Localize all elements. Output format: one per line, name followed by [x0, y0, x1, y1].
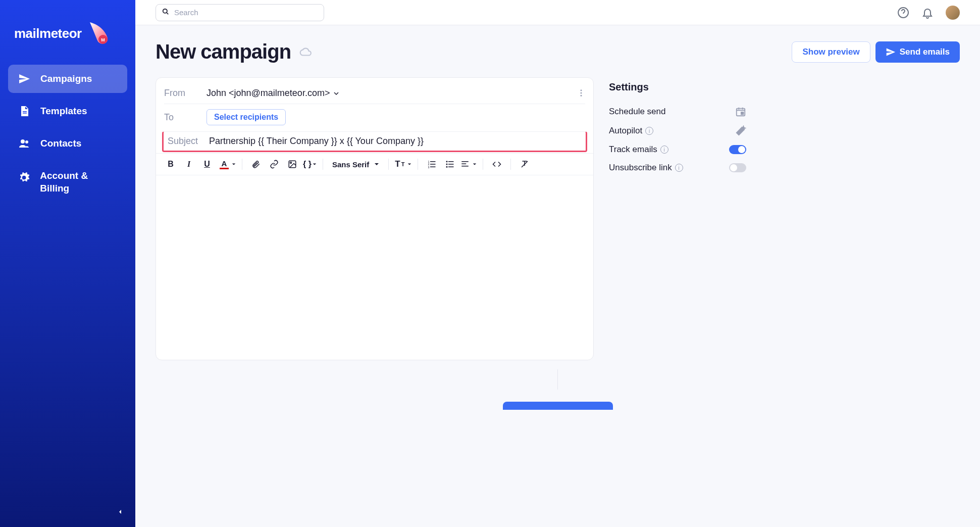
magic-wand-icon[interactable] [735, 125, 746, 136]
svg-rect-2 [23, 111, 27, 112]
font-dropdown[interactable]: Sans Serif [329, 160, 382, 169]
attachment-button[interactable] [248, 157, 264, 172]
topbar [135, 0, 980, 25]
search-box[interactable] [156, 4, 324, 21]
subject-input[interactable] [209, 136, 583, 147]
svg-rect-24 [448, 167, 454, 168]
send-icon [18, 73, 30, 85]
show-preview-button[interactable]: Show preview [792, 41, 870, 63]
bell-icon[interactable] [921, 7, 934, 19]
subject-label: Subject [167, 136, 209, 147]
svg-rect-26 [462, 164, 467, 165]
document-icon [18, 105, 30, 117]
sidebar-item-account[interactable]: Account & Billing [8, 162, 127, 203]
send-emails-button[interactable]: Send emails [875, 41, 960, 63]
align-button[interactable] [460, 160, 477, 169]
page-header: New campaign Show preview Send emails [156, 40, 960, 63]
underline-button[interactable]: U [199, 157, 215, 172]
search-input[interactable] [174, 8, 318, 17]
cloud-icon [299, 45, 312, 59]
bottom-action-button[interactable] [503, 402, 613, 410]
logo-text: mailmeteor [14, 26, 82, 41]
toolbar-separator [323, 159, 323, 170]
svg-point-12 [290, 162, 292, 164]
sidebar-item-label: Contacts [40, 138, 81, 149]
divider [557, 369, 558, 390]
content: New campaign Show preview Send emails [135, 25, 980, 527]
code-button[interactable] [489, 157, 504, 172]
ordered-list-button[interactable]: 123 [424, 157, 439, 172]
svg-rect-14 [430, 161, 436, 162]
text-size-button[interactable]: TT [395, 159, 411, 169]
calendar-icon[interactable] [735, 106, 746, 117]
sidebar-item-label: Templates [40, 106, 87, 117]
setting-autopilot[interactable]: Autopiloti [609, 121, 746, 140]
from-dropdown[interactable]: John <john@mailmeteor.com> [207, 88, 339, 99]
info-icon[interactable]: i [660, 146, 668, 154]
editor-card: From John <john@mailmeteor.com> To Selec… [156, 77, 594, 360]
svg-rect-18 [430, 167, 436, 168]
unsubscribe-toggle[interactable] [729, 163, 746, 172]
from-label: From [164, 88, 207, 99]
svg-rect-29 [741, 112, 744, 115]
caret-down-icon [473, 162, 477, 166]
subject-row: Subject [162, 131, 587, 152]
bold-button[interactable]: B [163, 157, 178, 172]
svg-rect-25 [462, 161, 469, 162]
search-icon [162, 8, 169, 17]
svg-point-6 [163, 9, 167, 13]
sidebar-item-campaigns[interactable]: Campaigns [8, 65, 127, 93]
sidebar: mailmeteor M Campaigns Templates Contact… [0, 0, 135, 527]
more-menu-button[interactable] [575, 87, 587, 99]
svg-rect-16 [430, 164, 436, 165]
gear-icon [18, 172, 30, 184]
svg-point-21 [446, 164, 448, 165]
text-color-button[interactable]: A [218, 159, 236, 170]
svg-point-4 [21, 139, 25, 143]
sidebar-item-templates[interactable]: Templates [8, 97, 127, 125]
svg-rect-22 [448, 164, 454, 165]
italic-button[interactable]: I [181, 157, 196, 172]
toolbar-separator [242, 159, 242, 170]
to-row: To Select recipients [164, 104, 585, 130]
link-button[interactable] [267, 157, 282, 172]
toolbar-separator [483, 159, 483, 170]
logo[interactable]: mailmeteor M [0, 12, 135, 65]
select-recipients-button[interactable]: Select recipients [207, 109, 286, 125]
caret-down-icon [232, 162, 236, 166]
sidebar-item-label: Account & Billing [40, 170, 117, 195]
editor-toolbar: B I U A { } [156, 153, 593, 175]
setting-track: Track emailsi [609, 140, 746, 159]
info-icon[interactable]: i [675, 164, 683, 172]
svg-text:M: M [101, 37, 105, 42]
caret-down-icon [313, 162, 317, 166]
to-label: To [164, 112, 207, 123]
from-value: John <john@mailmeteor.com> [207, 88, 330, 99]
sidebar-item-contacts[interactable]: Contacts [8, 129, 127, 158]
setting-unsubscribe: Unsubscribe linki [609, 159, 746, 177]
help-icon[interactable] [897, 7, 909, 19]
svg-point-9 [581, 92, 582, 94]
svg-rect-27 [462, 166, 469, 167]
track-toggle[interactable] [729, 145, 746, 154]
send-icon [886, 47, 896, 57]
svg-point-5 [25, 140, 28, 143]
avatar[interactable] [946, 6, 960, 20]
unordered-list-button[interactable] [442, 157, 457, 172]
svg-point-10 [581, 95, 582, 97]
collapse-sidebar-button[interactable] [113, 505, 127, 519]
info-icon[interactable]: i [645, 127, 653, 135]
clear-format-button[interactable] [517, 157, 532, 172]
toolbar-separator [510, 159, 511, 170]
sidebar-item-label: Campaigns [40, 73, 92, 84]
toolbar-separator [418, 159, 418, 170]
setting-schedule[interactable]: Schedule send [609, 102, 746, 121]
svg-text:3: 3 [428, 166, 430, 169]
caret-down-icon [407, 162, 411, 166]
image-button[interactable] [285, 157, 300, 172]
variables-button[interactable]: { } [303, 160, 317, 169]
svg-rect-20 [448, 161, 454, 162]
caret-down-icon [334, 91, 339, 96]
editor-body[interactable] [156, 175, 593, 360]
meteor-icon: M [86, 20, 112, 46]
